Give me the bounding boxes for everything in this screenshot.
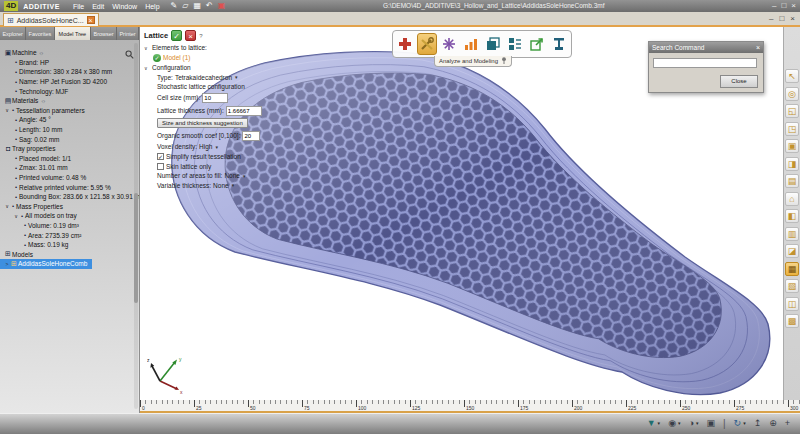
tree-item-brand[interactable]: •Brand: HP <box>0 58 139 68</box>
gear-icon[interactable]: ☼ <box>40 98 46 104</box>
tree-item-technology[interactable]: •Technology: MJF <box>0 86 139 96</box>
dialog-titlebar[interactable]: Search Command × <box>649 42 763 53</box>
camera-icon[interactable]: ▣ <box>785 139 799 153</box>
viewport-3d[interactable]: Lattice ✓ × ? ∨ Elements to lattice: ✓ M… <box>140 27 783 400</box>
tree-item-relative-printed-volume[interactable]: •Relative printed volume: 5.95 % <box>0 182 139 192</box>
solid-icon[interactable]: ▣ <box>706 417 715 429</box>
tree-item-sag[interactable]: •Sag: 0.02 mm <box>0 134 139 144</box>
mdi-minimize-icon[interactable]: – <box>769 14 773 23</box>
undo-icon[interactable]: ↶ <box>206 1 213 11</box>
filter-icon[interactable]: ▼▾ <box>647 417 660 429</box>
tree-item-area[interactable]: •Area: 2735.39 cm² <box>0 230 139 240</box>
tree-item-angle[interactable]: •Angle: 45 ° <box>0 115 139 125</box>
dialog-close-button[interactable]: Close <box>720 75 758 88</box>
apply-button[interactable]: ✓ <box>171 30 182 41</box>
export-button[interactable] <box>527 33 547 55</box>
section-icon[interactable]: ◫ <box>785 297 799 311</box>
settings-icon[interactable]: ▩ <box>785 314 799 328</box>
zoom-window-icon[interactable]: ◱ <box>785 104 799 118</box>
nesting-button[interactable] <box>505 33 525 55</box>
tree-item-length[interactable]: •Length: 10 mm <box>0 125 139 135</box>
tree-item-tessellation-parameters[interactable]: ∨•Tessellation parameters <box>0 106 139 116</box>
publish-icon[interactable]: ↥ <box>754 417 762 429</box>
shading-icon[interactable]: ◑▾ <box>689 417 699 429</box>
tools-button[interactable] <box>417 33 437 55</box>
print-icon[interactable]: ▣ <box>218 1 226 11</box>
menu-window[interactable]: Window <box>112 3 137 10</box>
organic-smooth-input[interactable] <box>242 131 260 141</box>
center-icon[interactable]: ⊕ <box>769 417 777 429</box>
search-command-input[interactable] <box>653 58 757 68</box>
scrollbar-thumb[interactable] <box>134 193 138 303</box>
voxel-density-dropdown[interactable]: Voxel density: High ▾ <box>144 143 276 150</box>
target-icon[interactable]: ◎ <box>785 87 799 101</box>
pan-icon[interactable]: + <box>785 417 790 429</box>
menu-file[interactable]: File <box>73 3 84 10</box>
home-view-icon[interactable]: ⌂ <box>785 192 799 206</box>
mdi-close-icon[interactable]: × <box>790 14 795 23</box>
document-tab[interactable]: ⊞ AddidasSoleHoneC... × <box>3 13 99 26</box>
layers-icon[interactable]: ▧ <box>785 279 799 293</box>
tab-favorites[interactable]: Favorites <box>26 27 54 40</box>
menu-help[interactable]: Help <box>145 3 159 10</box>
window-restore-icon[interactable]: □ <box>781 1 786 10</box>
repair-button[interactable] <box>395 33 415 55</box>
lattice-star-button[interactable] <box>439 33 459 55</box>
visibility-icon[interactable]: ◉▾ <box>668 417 680 429</box>
cancel-button[interactable]: × <box>185 30 196 41</box>
tree-item-zmax[interactable]: •Zmax: 31.01 mm <box>0 163 139 173</box>
stochastic-config-link[interactable]: Stochastic lattice configuration <box>144 83 276 90</box>
tree-item-machine[interactable]: ▣Machine☼ <box>0 48 139 58</box>
simplify-checkbox[interactable] <box>157 153 164 160</box>
clipboard-icon[interactable]: ▤ <box>785 174 799 188</box>
tree-item-mass[interactable]: •Mass: 0.19 kg <box>0 240 139 250</box>
areas-dropdown[interactable]: Number of areas to fill: None ▾ <box>144 172 276 179</box>
pointer-icon[interactable]: ↖ <box>785 69 799 83</box>
tab-browser[interactable]: Browser <box>91 27 117 40</box>
box-view-icon[interactable]: ▥ <box>785 227 799 241</box>
gear-icon[interactable]: ☼ <box>39 50 45 56</box>
size-thickness-suggestion-button[interactable]: Size and thickness suggestion <box>157 118 248 128</box>
fit-view-icon[interactable]: ◳ <box>785 122 799 136</box>
tree-item-volume[interactable]: •Volume: 0.19 dm³ <box>0 221 139 231</box>
orbit-icon[interactable]: ↻▾ <box>734 417 746 429</box>
search-icon[interactable] <box>125 45 134 63</box>
skin-lattice-checkbox[interactable] <box>157 163 164 170</box>
tree-item-all-models-on-tray[interactable]: ∨•All models on tray <box>0 211 139 221</box>
tab-explorer[interactable]: Explorer <box>0 27 26 40</box>
front-view-icon[interactable]: ◧ <box>785 209 799 223</box>
pin-icon[interactable] <box>501 57 507 64</box>
copy-button[interactable] <box>483 33 503 55</box>
save-icon[interactable]: ▦ <box>193 1 201 11</box>
lattice-thickness-input[interactable] <box>226 106 262 116</box>
close-icon[interactable]: × <box>756 44 760 51</box>
tab-model-tree[interactable]: Model Tree <box>55 27 92 40</box>
tree-item-mass-properties[interactable]: ∨•Mass Properties <box>0 202 139 212</box>
help-icon[interactable]: ? <box>199 33 202 39</box>
tree-item-dimension[interactable]: •Dimension: 380 x 284 x 380 mm <box>0 67 139 77</box>
iso-view-icon[interactable]: ◪ <box>785 244 799 258</box>
tree-item-models[interactable]: ⊞Models <box>0 249 139 259</box>
window-minimize-icon[interactable]: – <box>772 1 776 10</box>
tree-item-materials[interactable]: ▤Materials☼ <box>0 96 139 106</box>
tab-printer[interactable]: Printer <box>117 27 139 40</box>
tree-item-printed-volume[interactable]: •Printed volume: 0.48 % <box>0 173 139 183</box>
mdi-restore-icon[interactable]: □ <box>779 14 784 23</box>
analysis-button[interactable] <box>461 33 481 55</box>
lattice-model-item[interactable]: ✓ Model (1) <box>144 54 276 62</box>
menu-edit[interactable]: Edit <box>92 3 104 10</box>
tree-item-name[interactable]: •Name: HP Jet Fusion 3D 4200 <box>0 77 139 87</box>
press-button[interactable] <box>549 33 569 55</box>
tree-item-placed-model[interactable]: •Placed model: 1/1 <box>0 154 139 164</box>
cell-size-input[interactable] <box>202 93 228 103</box>
open-folder-icon[interactable]: ▱ <box>182 1 188 11</box>
variable-thickness-dropdown[interactable]: Variable thickness: None ▾ <box>144 182 276 189</box>
configuration-section-header[interactable]: ∨ Configuration <box>144 64 276 71</box>
pencil-icon[interactable]: ✎ <box>171 1 178 11</box>
grid-view-icon[interactable]: ▦ <box>785 262 799 276</box>
tree-item-addidassolehonecomb[interactable]: >⊞AddidasSoleHoneComb <box>0 259 92 269</box>
type-dropdown[interactable]: Type: Tetrakaidecahedron ▾ <box>144 74 276 81</box>
panel-scrollbar[interactable] <box>134 43 138 409</box>
snapshot-icon[interactable]: ◨ <box>785 157 799 171</box>
elements-section-header[interactable]: ∨ Elements to lattice: <box>144 44 276 51</box>
